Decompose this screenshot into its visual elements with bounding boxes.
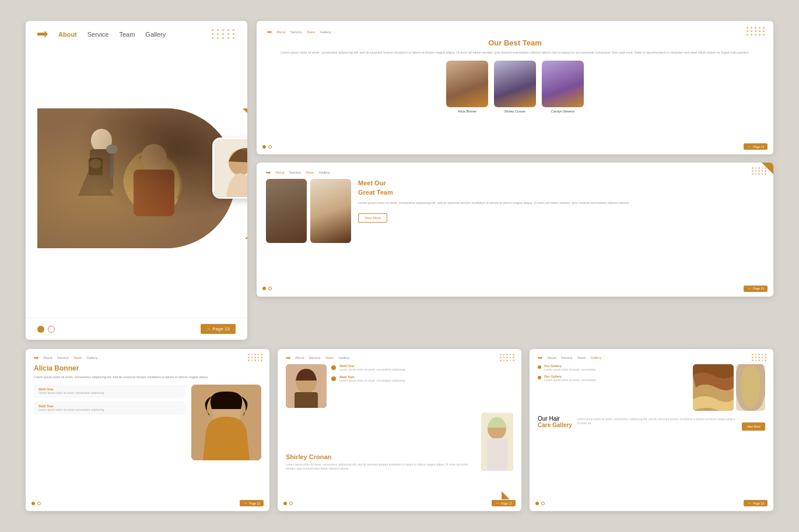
nav-gallery: Gallery: [86, 356, 97, 360]
gallery-bottom-area: Our Hair Care Gallery Lorem ipsum dolor …: [538, 415, 765, 431]
break-main-area: Break Slide Lorem ipsum dolor sit amet, …: [26, 45, 247, 318]
dot-1: [283, 502, 287, 505]
svg-rect-0: [37, 108, 236, 248]
shirley-skill-2: Skill Two Lorem ipsum dolor sit amet, co…: [331, 375, 513, 383]
dot-2: [289, 502, 293, 505]
small-portrait-photo: [212, 138, 247, 199]
gallery-dots: [752, 354, 766, 361]
team-member-1: Alicia Bonner: [446, 61, 488, 113]
gallery-photo-1: [693, 364, 734, 411]
nav-gallery: Gallery: [590, 356, 601, 360]
gallery-photo-1-svg: [693, 364, 734, 411]
nav-about: About: [275, 171, 285, 174]
gallery-view-more[interactable]: View More: [742, 422, 765, 431]
shirley-title: Shirley Cronan: [286, 453, 476, 460]
meet-content-area: Meet Our Great Team Lorem ipsum dolor si…: [266, 179, 764, 243]
footer-dots: [262, 287, 272, 290]
skill-content-2: Skill Two Lorem ipsum dolor sit amet, co…: [339, 375, 513, 383]
shirley-desc: Lorem ipsum dolor sit amet, consectetur …: [286, 463, 476, 471]
nav-team: Team: [119, 31, 135, 38]
view-more-button[interactable]: View More: [358, 213, 387, 223]
shirley-top-svg: [286, 364, 327, 408]
meet-body-text: Lorem ipsum dolor sit amet, consectetur …: [358, 200, 764, 205]
break-dots: [212, 29, 236, 39]
break-page: → Page 13: [201, 324, 236, 334]
svg-rect-6: [89, 158, 103, 175]
alicia-footer: → Page 16: [26, 496, 269, 511]
skill-desc-1: Lorem ipsum dolor sit amet, consectetur …: [339, 368, 513, 372]
shirley-skills: Skill One Lorem ipsum dolor sit amet, co…: [331, 364, 513, 408]
nav-about: About: [43, 356, 52, 360]
dot-2: [37, 502, 41, 505]
alicia-svg: [191, 385, 261, 460]
shirley-first: Shirley: [286, 453, 307, 460]
nav-gallery: Gallery: [318, 171, 330, 174]
shirley-last: Cronan: [309, 453, 332, 460]
shirley-nav: About Service Team Gallery: [286, 356, 513, 360]
svg-rect-7: [110, 149, 114, 178]
shirley-person-photo: [286, 364, 327, 408]
gallery-photos: [693, 364, 765, 411]
slide-gallery: About Service Team Gallery Our Gallery L…: [530, 349, 773, 511]
slide-nav: About Service Team Gallery: [267, 30, 763, 34]
skill-dot-2: [331, 376, 336, 381]
shirley-text: Shirley Cronan Lorem ipsum dolor sit ame…: [286, 453, 476, 471]
nav-service: Service: [57, 356, 69, 360]
nav-team: Team: [577, 356, 586, 360]
page-number: → Page 17: [492, 500, 516, 506]
gallery-photo-2-svg: [736, 364, 765, 411]
shirley-footer: → Page 17: [278, 496, 521, 511]
gallery-item-content-1: Our Gallery Lorem ipsum dolor sit amet, …: [544, 364, 596, 372]
shirley-top-area: Skill One Lorem ipsum dolor sit amet, co…: [286, 364, 513, 408]
slide-shirley: About Service Team Gallery: [278, 349, 521, 511]
shirley-skill-1: Skill One Lorem ipsum dolor sit amet, co…: [331, 364, 513, 372]
skill-dot-1: [331, 365, 336, 370]
dot-2: [541, 502, 545, 505]
nav-team: Team: [73, 356, 82, 360]
nav-gallery: Gallery: [320, 30, 331, 34]
meet-photos: [266, 179, 351, 243]
team-photos-row: Alicia Bonner Shirley Cronan Carolyn Ste…: [267, 61, 763, 113]
page-number: → Page 15: [744, 286, 768, 292]
alicia-content: Skill One Lorem ipsum dolor sit amet, co…: [34, 385, 261, 460]
nav-team: Team: [325, 356, 334, 360]
nav-team: Team: [307, 30, 316, 34]
nav-arrow: [286, 357, 290, 360]
bottom-row: About Service Team Gallery Alicia Bonner…: [26, 349, 773, 511]
gallery-footer: → Page 18: [530, 496, 773, 511]
svg-rect-18: [487, 438, 507, 471]
nav-about: About: [58, 31, 77, 38]
alicia-photo: [191, 385, 261, 460]
skill-2: Skill Two Lorem ipsum dolor sit amet, co…: [34, 401, 185, 415]
dot-inactive: [268, 145, 272, 149]
title-main: Our Best: [488, 38, 520, 47]
main-salon-photo: [37, 108, 236, 248]
dot-inactive: [268, 287, 272, 290]
break-footer: → Page 13: [26, 318, 247, 340]
meet-photo-2: [310, 179, 351, 243]
shirley-bottom-area: Shirley Cronan Lorem ipsum dolor sit ame…: [286, 413, 513, 471]
nav-service: Service: [561, 356, 573, 360]
title-accent: Team: [523, 38, 542, 47]
page-number: → Page 16: [240, 500, 264, 506]
corner-br: [245, 225, 247, 239]
alicia-dots: [248, 354, 262, 361]
slide-footer: → Page 14: [257, 140, 773, 154]
footer-dots: [262, 145, 272, 149]
gallery-dot-1: [538, 365, 541, 369]
slide-alicia: About Service Team Gallery Alicia Bonner…: [26, 349, 269, 511]
svg-rect-2: [90, 149, 113, 190]
nav-team: Team: [306, 171, 314, 174]
gallery-nav: About Service Team Gallery: [538, 356, 765, 360]
break-image-section: [37, 108, 247, 248]
gallery-dot-2: [538, 376, 541, 379]
slide-title: Our Best Team: [267, 38, 763, 47]
gallery-desc-1: Lorem ipsum dolor sit amet, consectetur: [544, 368, 596, 372]
alicia-photo-bg: [191, 385, 261, 460]
svg-rect-15: [295, 392, 318, 408]
alicia-surname: Bonner: [54, 364, 79, 372]
nav-service: Service: [290, 30, 302, 34]
dot-1: [31, 502, 35, 505]
nav-service: Service: [87, 31, 109, 38]
meet-text: Meet Our Great Team Lorem ipsum dolor si…: [358, 179, 764, 223]
